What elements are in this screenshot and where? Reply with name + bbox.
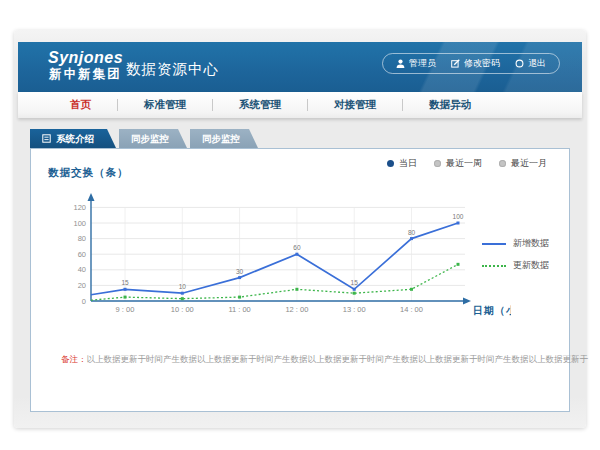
logo-text-cn: 新中新集团 (48, 68, 123, 82)
document-icon (42, 134, 51, 143)
radio-option-1[interactable]: 最近一周 (434, 157, 482, 170)
chart-legend: 新增数据更新数据 (482, 237, 549, 272)
legend-item-0: 新增数据 (482, 237, 549, 250)
logo-text-en: Synjones (48, 49, 123, 67)
nav-item-1[interactable]: 标准管理 (118, 98, 212, 112)
radio-option-0[interactable]: 当日 (387, 157, 417, 170)
svg-text:14 : 00: 14 : 00 (400, 305, 423, 314)
svg-text:11 : 00: 11 : 00 (228, 305, 250, 314)
radio-option-2[interactable]: 最近一月 (499, 157, 547, 170)
svg-text:120: 120 (73, 203, 86, 212)
tab-label: 同步监控 (131, 129, 169, 148)
radio-label: 当日 (399, 157, 417, 170)
legend-swatch (482, 265, 506, 267)
change-password-button[interactable]: 修改密码 (451, 57, 500, 70)
user-button[interactable]: 管理员 (396, 57, 436, 70)
legend-swatch (482, 243, 506, 245)
app-header: Synjones 新中新集团 数据资源中心 管理员 修改密码 退出 (18, 42, 582, 92)
change-password-label: 修改密码 (464, 57, 500, 70)
page-title: 数据资源中心 (126, 60, 219, 79)
svg-text:10 : 00: 10 : 00 (171, 305, 194, 314)
radio-label: 最近一月 (511, 157, 547, 170)
tab-1[interactable]: 同步监控 (119, 129, 187, 148)
svg-text:60: 60 (293, 244, 301, 251)
radio-dot (434, 160, 441, 167)
svg-text:15: 15 (351, 279, 359, 286)
svg-text:20: 20 (78, 281, 86, 290)
tab-2[interactable]: 同步监控 (190, 129, 258, 148)
svg-text:日期（小时）: 日期（小时） (473, 305, 511, 316)
legend-label: 新增数据 (513, 237, 549, 250)
main-nav: 首页标准管理系统管理对接管理数据异动 (18, 92, 582, 118)
svg-text:80: 80 (408, 229, 416, 236)
edit-icon (451, 59, 460, 68)
legend-item-1: 更新数据 (482, 259, 549, 272)
tab-label: 同步监控 (202, 129, 240, 148)
radio-dot (387, 160, 394, 167)
svg-text:100: 100 (453, 213, 464, 220)
svg-text:100: 100 (73, 219, 86, 228)
note-prefix: 备注： (61, 354, 87, 364)
nav-item-2[interactable]: 系统管理 (213, 98, 307, 112)
svg-text:60: 60 (78, 250, 86, 259)
svg-text:30: 30 (236, 268, 244, 275)
company-logo: Synjones 新中新集团 (48, 49, 123, 81)
logout-button[interactable]: 退出 (515, 57, 546, 70)
nav-item-4[interactable]: 数据异动 (403, 98, 497, 112)
svg-text:40: 40 (78, 265, 86, 274)
user-icon (396, 59, 405, 68)
svg-text:13 : 00: 13 : 00 (343, 305, 366, 314)
nav-item-0[interactable]: 首页 (44, 98, 117, 112)
svg-text:15: 15 (121, 279, 129, 286)
user-toolbar: 管理员 修改密码 退出 (382, 53, 560, 74)
power-icon (515, 59, 524, 68)
line-chart: 0204060801001209 : 0010 : 0011 : 0012 : … (61, 189, 511, 329)
radio-label: 最近一周 (446, 157, 482, 170)
svg-text:9 : 00: 9 : 00 (116, 305, 135, 314)
content-panel: 当日最近一周最近一月 数据交换（条） 0204060801001209 : 00… (30, 148, 570, 412)
svg-text:0: 0 (82, 297, 86, 306)
note-text: 以上数据更新于时间产生数据以上数据更新于时间产生数据以上数据更新于时间产生数据以… (87, 354, 589, 364)
y-axis-title: 数据交换（条） (48, 166, 129, 180)
tab-0[interactable]: 系统介绍 (30, 129, 116, 148)
svg-text:80: 80 (78, 234, 86, 243)
user-label: 管理员 (409, 57, 436, 70)
footer-note: 备注：以上数据更新于时间产生数据以上数据更新于时间产生数据以上数据更新于时间产生… (61, 354, 588, 366)
time-range-filter: 当日最近一周最近一月 (387, 157, 547, 170)
legend-label: 更新数据 (513, 259, 549, 272)
svg-text:12 : 00: 12 : 00 (285, 305, 308, 314)
tab-label: 系统介绍 (56, 129, 94, 148)
svg-text:10: 10 (179, 283, 187, 290)
logout-label: 退出 (528, 57, 546, 70)
tab-bar: 系统介绍同步监控同步监控 (30, 129, 261, 148)
radio-dot (499, 160, 506, 167)
nav-item-3[interactable]: 对接管理 (308, 98, 402, 112)
